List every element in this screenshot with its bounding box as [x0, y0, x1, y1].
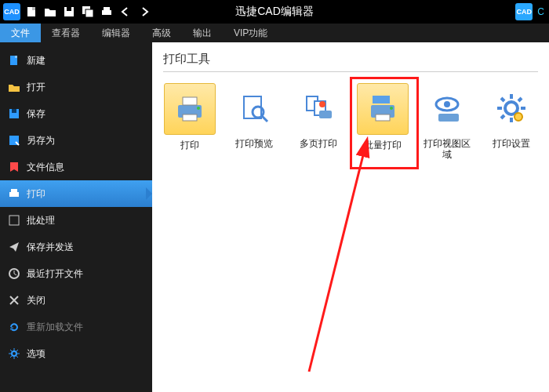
tool-label: 打印视图区域: [420, 138, 474, 160]
sidebar-item-label: 打印: [27, 187, 45, 201]
panel-title: 打印工具: [163, 52, 538, 72]
redo-icon[interactable]: [136, 4, 152, 20]
menu-tab-1[interactable]: 查看器: [41, 24, 91, 42]
sidebar-item-0[interactable]: 新建: [0, 47, 152, 74]
tool-batch-printer[interactable]: 批量打印: [356, 83, 409, 160]
tool-settings-gear[interactable]: 打印设置: [485, 83, 538, 160]
sidebar-item-label: 最近打开文件: [27, 267, 83, 281]
view-area-icon: [422, 83, 472, 133]
sidebar-item-label: 另存为: [27, 134, 55, 147]
sidebar-item-7[interactable]: 保存并发送: [0, 234, 152, 260]
svg-rect-27: [319, 111, 332, 118]
tool-label: 打印: [180, 140, 199, 151]
open-folder-icon[interactable]: [42, 4, 58, 20]
svg-point-21: [197, 107, 200, 110]
multipage-icon: [293, 83, 344, 133]
svg-line-43: [518, 98, 522, 101]
tool-preview[interactable]: 打印预览: [227, 83, 281, 160]
sidebar-item-label: 关闭: [27, 294, 45, 307]
titlebar: CAD 迅捷CAD编辑器 CAD C: [0, 0, 549, 24]
settings-gear-icon: [486, 83, 536, 133]
sidebar-item-11[interactable]: 选项: [0, 340, 152, 367]
tool-row: 打印打印预览多页打印批量打印打印视图区域打印设置: [163, 83, 538, 160]
svg-point-28: [319, 101, 325, 107]
sidebar-item-label: 文件信息: [27, 161, 64, 174]
sidebar-item-1[interactable]: 打开: [0, 74, 152, 100]
tool-label: 打印预览: [235, 138, 273, 149]
cad-badge-icon: CAD: [515, 3, 533, 20]
svg-point-34: [444, 101, 450, 107]
sidebar-item-label: 保存: [27, 107, 45, 121]
svg-rect-14: [11, 189, 17, 192]
sidebar-item-9[interactable]: 关闭: [0, 287, 152, 314]
sidebar-item-label: 批处理: [27, 214, 55, 227]
svg-rect-9: [15, 56, 17, 58]
tool-label: 多页打印: [300, 138, 337, 149]
sidebar-item-5[interactable]: 打印: [0, 180, 152, 207]
new-file-icon[interactable]: [24, 4, 39, 20]
tool-label: 批量打印: [364, 140, 402, 151]
menu-tab-4[interactable]: 输出: [182, 24, 223, 42]
menu-tab-5[interactable]: VIP功能: [223, 24, 278, 42]
sidebar: 新建打开保存另存为文件信息打印批处理保存并发送最近打开文件关闭重新加载文件选项: [0, 42, 152, 392]
save-as-icon[interactable]: [80, 4, 96, 20]
content-area: 打印工具 打印打印预览多页打印批量打印打印视图区域打印设置: [152, 42, 549, 392]
sidebar-item-3[interactable]: 另存为: [0, 127, 152, 154]
svg-rect-5: [85, 9, 93, 17]
sidebar-item-2[interactable]: 保存: [0, 100, 152, 127]
titlebar-right: CAD C: [515, 3, 549, 20]
sidebar-item-label: 新建: [27, 54, 45, 67]
tool-label: 打印设置: [493, 138, 530, 149]
svg-rect-7: [104, 7, 110, 10]
tool-view-area[interactable]: 打印视图区域: [420, 83, 474, 160]
svg-point-45: [514, 113, 522, 121]
preview-icon: [229, 83, 279, 133]
svg-rect-31: [376, 114, 390, 121]
svg-rect-15: [9, 216, 19, 225]
svg-point-36: [505, 102, 518, 114]
sidebar-item-label: 保存并发送: [27, 241, 74, 254]
sidebar-item-label: 选项: [27, 347, 45, 361]
svg-line-41: [501, 98, 504, 101]
svg-line-24: [262, 116, 267, 122]
sidebar-item-label: 重新加载文件: [27, 321, 83, 334]
tool-multipage[interactable]: 多页打印: [292, 83, 345, 160]
svg-rect-19: [183, 97, 197, 105]
sidebar-item-8[interactable]: 最近打开文件: [0, 260, 152, 287]
app-logo-icon: CAD: [3, 3, 20, 20]
sidebar-item-6[interactable]: 批处理: [0, 207, 152, 234]
sidebar-item-4[interactable]: 文件信息: [0, 154, 152, 180]
print-icon[interactable]: [99, 4, 115, 20]
batch-printer-icon: [357, 83, 409, 135]
menubar: 文件查看器编辑器高级输出VIP功能: [0, 24, 549, 42]
svg-rect-11: [12, 109, 16, 113]
titlebar-letter: C: [537, 6, 544, 17]
svg-line-46: [309, 152, 364, 372]
titlebar-left: CAD: [0, 3, 152, 20]
printer-icon: [164, 83, 216, 135]
sidebar-item-label: 打开: [27, 81, 45, 94]
svg-rect-13: [9, 192, 19, 197]
tool-printer[interactable]: 打印: [163, 83, 216, 160]
menu-tab-2[interactable]: 编辑器: [91, 24, 141, 42]
annotation-arrow: [285, 136, 521, 387]
svg-rect-20: [183, 114, 197, 121]
svg-rect-6: [102, 10, 111, 15]
svg-rect-29: [373, 96, 390, 103]
sidebar-item-10[interactable]: 重新加载文件: [0, 314, 152, 340]
svg-rect-1: [32, 7, 35, 10]
menu-tab-0[interactable]: 文件: [0, 24, 41, 42]
svg-point-32: [390, 107, 393, 110]
undo-icon[interactable]: [118, 4, 133, 20]
svg-line-44: [501, 115, 504, 118]
menu-tab-3[interactable]: 高级: [141, 24, 182, 42]
save-icon[interactable]: [61, 4, 77, 20]
svg-rect-3: [67, 7, 71, 11]
svg-rect-35: [438, 114, 459, 122]
svg-point-17: [12, 351, 16, 356]
